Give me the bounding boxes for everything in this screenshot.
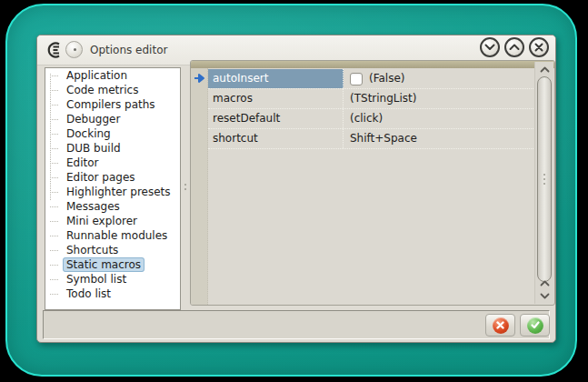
sidebar-item-highlighter-presets[interactable]: Highlighter presets — [45, 185, 180, 199]
sidebar-item-symbol-list[interactable]: Symbol list — [45, 272, 180, 286]
property-name: macros — [208, 89, 344, 108]
sidebar-item-editor[interactable]: Editor — [45, 156, 180, 170]
selected-row-arrow-icon — [194, 73, 205, 84]
chevron-down-icon — [540, 293, 550, 299]
grid-header-strip — [191, 61, 554, 68]
sidebar-item-shortcuts[interactable]: Shortcuts — [45, 243, 180, 257]
property-grid: autoInsert (False) macros (TStringList) … — [190, 60, 555, 306]
scroll-down-button[interactable] — [535, 290, 554, 302]
sidebar-item-dub-build[interactable]: DUB build — [45, 141, 180, 156]
ok-button[interactable] — [520, 314, 550, 337]
desktop-background: Options editor Application Code met — [0, 0, 588, 382]
sidebar-item-debugger[interactable]: Debugger — [45, 112, 180, 126]
unshade-button[interactable] — [504, 37, 524, 57]
property-value-text: (False) — [369, 69, 405, 88]
app-logo-icon — [45, 40, 64, 60]
autoinsert-checkbox[interactable] — [350, 73, 363, 85]
property-value: Shift+Space — [344, 129, 533, 148]
cancel-icon — [493, 317, 509, 334]
chevron-down-icon — [484, 44, 495, 51]
chevron-up-icon — [540, 280, 550, 286]
window-menu-button[interactable] — [65, 41, 83, 58]
panel-splitter[interactable] — [182, 67, 189, 310]
property-value: (False) — [344, 69, 533, 88]
chevron-up-icon — [509, 44, 520, 51]
options-editor-window: Options editor Application Code met — [36, 35, 556, 343]
sidebar-item-application[interactable]: Application — [45, 68, 180, 83]
property-row-shortcut[interactable]: shortcut Shift+Space — [208, 129, 533, 149]
property-row-resetdefault[interactable]: resetDefault (click) — [208, 109, 533, 129]
sidebar-item-docking[interactable]: Docking — [45, 126, 180, 141]
sidebar-item-messages[interactable]: Messages — [45, 199, 180, 214]
window-title: Options editor — [90, 44, 167, 56]
ok-icon — [527, 317, 543, 334]
sidebar-item-static-macros[interactable]: Static macros — [45, 257, 180, 272]
close-button[interactable] — [529, 37, 549, 57]
close-icon — [534, 43, 543, 52]
property-name: autoInsert — [208, 69, 344, 88]
property-name: shortcut — [208, 129, 344, 148]
sidebar-item-editor-pages[interactable]: Editor pages — [45, 170, 180, 185]
property-row-autoinsert[interactable]: autoInsert (False) — [208, 69, 533, 89]
sidebar-item-todo-list[interactable]: Todo list — [45, 286, 180, 301]
property-value: (click) — [344, 109, 533, 128]
category-list: Application Code metrics Compilers paths… — [45, 67, 181, 310]
cancel-button[interactable] — [485, 314, 515, 337]
scroll-up-button-bottom[interactable] — [535, 277, 554, 289]
sidebar-item-code-metrics[interactable]: Code metrics — [45, 83, 180, 97]
scroll-up-button[interactable] — [535, 64, 554, 75]
property-value: (TStringList) — [344, 89, 533, 108]
grid-gutter — [191, 68, 208, 305]
property-row-macros[interactable]: macros (TStringList) — [208, 89, 533, 109]
scrollbar-thumb[interactable] — [537, 76, 552, 282]
footer-bar — [43, 310, 550, 339]
property-name: resetDefault — [208, 109, 344, 128]
sidebar-item-mini-explorer[interactable]: Mini explorer — [45, 214, 180, 228]
grid-vertical-scrollbar[interactable] — [534, 62, 553, 304]
sidebar-item-runnable-modules[interactable]: Runnable modules — [45, 228, 180, 243]
shade-button[interactable] — [480, 37, 500, 57]
chevron-up-icon — [540, 66, 550, 73]
sidebar-item-compilers-paths[interactable]: Compilers paths — [45, 97, 180, 112]
